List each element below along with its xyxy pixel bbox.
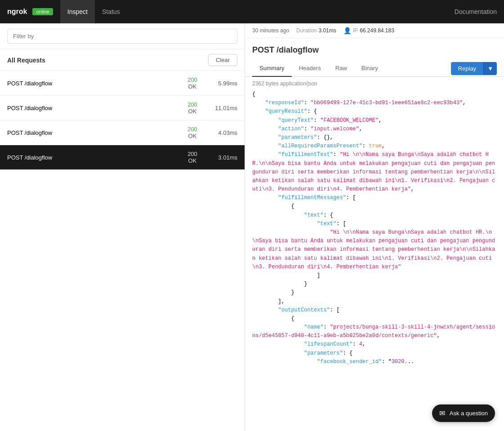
status-text: OK (188, 108, 197, 115)
request-method-path: POST /dialogflow (7, 105, 179, 111)
person-icon: 👤 (343, 27, 351, 34)
online-badge: online (32, 8, 53, 15)
status-code: 200 (187, 76, 197, 83)
status-code: 200 (187, 101, 197, 108)
main-layout: All Requests Clear POST /dialogflow 200 … (0, 23, 504, 431)
table-row[interactable]: POST /dialogflow 200 OK 5.99ms (0, 71, 245, 96)
request-method-path: POST /dialogflow (7, 80, 179, 87)
topnav: ngrok online Inspect Status Documentatio… (0, 0, 504, 23)
requests-list: POST /dialogflow 200 OK 5.99ms POST /dia… (0, 71, 245, 431)
detail-title: POST /dialogflow (252, 45, 497, 55)
nav-inspect[interactable]: Inspect (60, 0, 95, 23)
requests-title: All Requests (7, 57, 45, 64)
status-text: OK (188, 83, 197, 90)
replay-button[interactable]: Replay (451, 62, 483, 75)
duration-meta: Duration 3.01ms (296, 27, 336, 34)
status-text: OK (188, 157, 197, 164)
ip-value: 66.249.84.183 (360, 27, 394, 34)
request-status: 200 OK (179, 126, 206, 139)
tab-headers[interactable]: Headers (292, 60, 328, 77)
tab-binary[interactable]: Binary (354, 60, 385, 77)
nav-status[interactable]: Status (95, 0, 127, 23)
request-status: 200 OK (179, 101, 206, 115)
detail-header: POST /dialogflow (245, 38, 504, 60)
request-method-path: POST /dialogflow (7, 129, 179, 136)
request-duration: 5.99ms (206, 80, 237, 87)
request-duration: 3.01ms (206, 154, 237, 161)
request-duration: 4.03ms (206, 129, 237, 136)
request-status: 200 OK (179, 76, 206, 90)
requests-header: All Requests Clear (0, 49, 245, 71)
filter-bar (0, 23, 245, 49)
request-duration: 11.01ms (206, 105, 237, 111)
filter-input[interactable] (7, 29, 237, 44)
tab-raw[interactable]: Raw (328, 60, 354, 77)
tab-summary[interactable]: Summary (252, 60, 292, 77)
ip-label: IP (353, 27, 358, 34)
status-code: 200 (187, 151, 197, 157)
nav-docs[interactable]: Documentation (455, 8, 497, 15)
chat-widget[interactable]: ✉ Ask a question (432, 404, 495, 422)
table-row[interactable]: POST /dialogflow 200 OK 3.01ms (0, 145, 245, 170)
detail-panel: POST /dialogflow Summary Headers Raw Bin… (245, 38, 504, 431)
replay-btn-group: Replay ▼ (451, 62, 497, 75)
clear-button[interactable]: Clear (208, 54, 237, 66)
request-meta: 30 minutes ago Duration 3.01ms 👤 IP 66.2… (245, 23, 504, 38)
detail-tabs: Summary Headers Raw Binary Replay ▼ (245, 60, 504, 77)
brand-name: ngrok (7, 8, 27, 16)
time-ago: 30 minutes ago (252, 27, 289, 34)
duration-value: 3.01ms (318, 27, 336, 34)
left-panel: All Requests Clear POST /dialogflow 200 … (0, 23, 245, 431)
bytes-info: 2362 bytes application/json (245, 77, 504, 90)
status-text: OK (188, 133, 197, 139)
table-row[interactable]: POST /dialogflow 200 OK 11.01ms (0, 96, 245, 120)
request-status: 200 OK (179, 151, 206, 164)
right-panel: 30 minutes ago Duration 3.01ms 👤 IP 66.2… (245, 23, 504, 431)
table-row[interactable]: POST /dialogflow 200 OK 4.03ms (0, 120, 245, 145)
chat-label: Ask a question (450, 410, 488, 417)
detail-body[interactable]: { "responseId": "bb069499-127e-41c3-bd91… (245, 90, 504, 431)
chat-icon: ✉ (439, 409, 445, 418)
json-content: { "responseId": "bb069499-127e-41c3-bd91… (252, 90, 497, 366)
replay-dropdown-button[interactable]: ▼ (483, 62, 497, 75)
duration-label: Duration (296, 27, 317, 34)
ip-meta: 👤 IP 66.249.84.183 (343, 27, 394, 34)
status-code: 200 (187, 126, 197, 133)
request-method-path: POST /dialogflow (7, 154, 179, 161)
